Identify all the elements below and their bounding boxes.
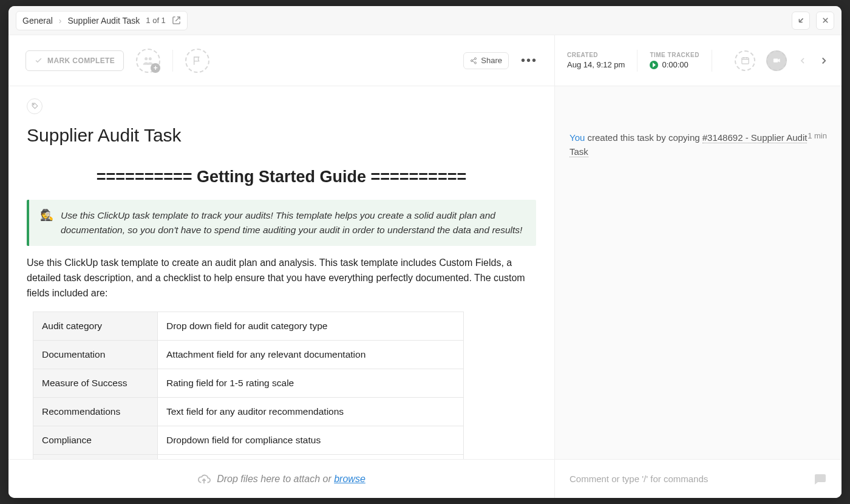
field-desc: Drop down field for audit category type: [158, 312, 464, 341]
field-name: Audit category: [33, 312, 158, 341]
task-modal: General › Supplier Audit Task 1 of 1 MA: [8, 6, 841, 498]
field-name: Site: [33, 455, 158, 459]
field-name: Documentation: [33, 341, 158, 369]
svg-rect-7: [773, 58, 778, 62]
task-title[interactable]: Supplier Audit Task: [27, 125, 536, 146]
mark-complete-label: MARK COMPLETE: [47, 56, 115, 65]
table-row: SiteLocation field for address informati…: [33, 455, 464, 459]
svg-point-0: [144, 57, 148, 60]
table-row: DocumentationAttachment field for any re…: [33, 341, 464, 369]
chevron-right-icon: ›: [59, 16, 62, 26]
time-tracked-label: TIME TRACKED: [650, 52, 699, 58]
priority-button[interactable]: [185, 49, 209, 73]
comment-input[interactable]: [570, 474, 805, 484]
time-tracked-meta: TIME TRACKED 0:00:00: [650, 52, 699, 69]
activity-time: 1 min: [807, 131, 827, 140]
field-name: Recommendations: [33, 398, 158, 426]
field-desc: Dropdown field for compliance status: [158, 426, 464, 455]
comment-bar: [555, 459, 841, 498]
share-button[interactable]: Share: [463, 52, 509, 69]
browse-link[interactable]: browse: [334, 474, 365, 484]
mark-complete-button[interactable]: MARK COMPLETE: [25, 50, 124, 71]
activity-text: created this task by copying: [585, 132, 702, 143]
divider: [172, 50, 173, 72]
detective-icon: 🕵️: [40, 208, 53, 237]
table-row: Audit categoryDrop down field for audit …: [33, 312, 464, 341]
next-button[interactable]: [818, 55, 829, 66]
breadcrumb-current[interactable]: Supplier Audit Task: [67, 16, 140, 26]
svg-point-3: [471, 60, 473, 61]
due-date-button[interactable]: [735, 50, 755, 71]
dropzone-text: Drop files here to attach or: [217, 474, 334, 484]
main-split: MARK COMPLETE + Share •••: [8, 35, 841, 498]
time-tracked-value: 0:00:00: [662, 60, 688, 69]
activity-entry: You created this task by copying #314869…: [570, 131, 827, 158]
more-menu-button[interactable]: •••: [521, 53, 537, 67]
body-paragraph: Use this ClickUp task template to create…: [27, 256, 536, 301]
divider: [637, 50, 638, 72]
task-content[interactable]: Supplier Audit Task ========== Getting S…: [8, 86, 554, 459]
left-pane: MARK COMPLETE + Share •••: [8, 35, 555, 498]
attachment-dropzone[interactable]: Drop files here to attach or browse: [8, 459, 554, 498]
open-external-icon[interactable]: [172, 16, 181, 25]
field-desc: Location field for address information: [158, 455, 464, 459]
assignee-add-button[interactable]: +: [136, 49, 160, 73]
created-meta: CREATED Aug 14, 9:12 pm: [567, 52, 625, 69]
breadcrumb-count: 1 of 1: [146, 16, 166, 25]
prev-button[interactable]: [798, 56, 807, 66]
custom-fields-table: Audit categoryDrop down field for audit …: [33, 312, 464, 459]
close-button[interactable]: [816, 12, 834, 30]
cloud-upload-icon: [197, 472, 211, 486]
plus-icon: +: [151, 63, 160, 73]
share-label: Share: [481, 56, 502, 65]
table-row: RecommendationsText field for any audito…: [33, 398, 464, 426]
breadcrumb[interactable]: General › Supplier Audit Task 1 of 1: [16, 11, 188, 30]
activity-actor[interactable]: You: [570, 132, 585, 143]
svg-point-5: [33, 104, 34, 105]
task-toolbar: MARK COMPLETE + Share •••: [8, 35, 554, 86]
field-desc: Attachment field for any relevant docume…: [158, 341, 464, 369]
created-label: CREATED: [567, 52, 625, 58]
breadcrumb-bar: General › Supplier Audit Task 1 of 1: [8, 6, 841, 35]
chat-icon[interactable]: [812, 472, 827, 486]
tag-button[interactable]: [27, 98, 42, 114]
svg-point-1: [149, 57, 152, 60]
table-row: Measure of SuccessRating field for 1-5 r…: [33, 369, 464, 398]
svg-point-2: [475, 58, 477, 60]
breadcrumb-parent[interactable]: General: [22, 16, 53, 26]
guide-heading: ========== Getting Started Guide =======…: [27, 168, 536, 186]
created-value: Aug 14, 9:12 pm: [567, 60, 625, 69]
table-row: ComplianceDropdown field for compliance …: [33, 426, 464, 455]
field-desc: Text field for any auditor recommendatio…: [158, 398, 464, 426]
divider: [712, 50, 712, 72]
svg-point-4: [475, 62, 477, 64]
callout-box: 🕵️ Use this ClickUp task template to tra…: [27, 200, 536, 246]
field-name: Compliance: [33, 426, 158, 455]
minimize-button[interactable]: [792, 12, 810, 30]
right-header: CREATED Aug 14, 9:12 pm TIME TRACKED 0:0…: [555, 35, 841, 86]
callout-text: Use this ClickUp task template to track …: [61, 208, 525, 237]
activity-feed: You created this task by copying #314869…: [555, 86, 841, 459]
play-icon[interactable]: [650, 61, 658, 69]
right-pane: CREATED Aug 14, 9:12 pm TIME TRACKED 0:0…: [555, 35, 841, 498]
field-desc: Rating field for 1-5 rating scale: [158, 369, 464, 398]
svg-rect-6: [741, 58, 748, 64]
video-button[interactable]: [766, 50, 787, 71]
field-name: Measure of Success: [33, 369, 158, 398]
